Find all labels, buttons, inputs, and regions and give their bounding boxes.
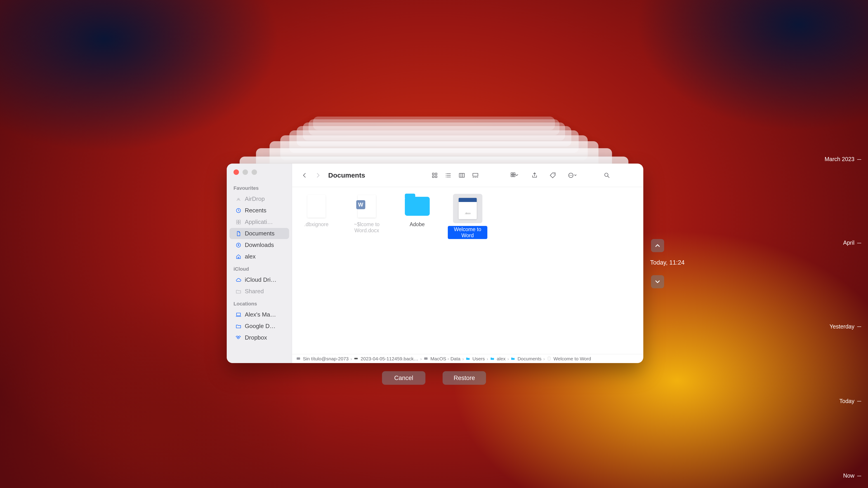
sidebar-item-google-d-[interactable]: Google D… [229,321,289,332]
path-segment-label: alex [497,356,506,361]
sidebar-item-documents[interactable]: Documents [229,228,289,239]
path-segment[interactable]: Documents [510,356,541,361]
svg-point-21 [554,173,555,174]
restore-button[interactable]: Restore [442,371,486,385]
path-segment[interactable]: MacOS - Data [424,356,460,361]
svg-rect-28 [354,358,358,359]
file-item[interactable]: .dbxignore [297,194,336,228]
sidebar-item-dropbox[interactable]: Dropbox [229,332,289,343]
sidebar-group-label: iCloud [227,263,292,274]
svg-point-23 [569,175,570,175]
path-bar: Sin título@snap-2073›2023-04-05-112459.b… [292,354,643,363]
toolbar: Documents [292,164,643,187]
timeline-tick[interactable]: Yesterday [811,323,861,330]
sidebar-item-icloud-dri-[interactable]: iCloud Dri… [229,274,289,285]
path-segment[interactable]: Sin título@snap-2073 [296,356,348,361]
sidebar-item-label: Recents [245,207,266,214]
path-segment-label: 2023-04-05-112459.back… [361,356,418,361]
minimize-button[interactable] [243,169,248,175]
file-icon [304,194,329,219]
svg-rect-19 [511,175,513,177]
view-list-button[interactable] [442,170,455,181]
path-segment[interactable]: Users [466,356,485,361]
file-item[interactable]: .docxWelcome to Word [448,194,487,239]
cancel-button[interactable]: Cancel [382,371,426,385]
chevron-right-icon: › [487,356,488,361]
timeline-tick[interactable]: Now [811,473,861,479]
chevron-right-icon: › [507,356,509,361]
zoom-button[interactable] [252,169,257,175]
snapshot-older-button[interactable] [651,239,664,252]
view-gallery-button[interactable] [469,170,482,181]
svg-rect-17 [511,173,513,174]
drive-icon [424,356,429,361]
cloud-icon [235,277,242,283]
sidebar-item-label: AirDrop [245,195,265,202]
file-item[interactable]: Adobe [397,194,437,228]
search-button[interactable] [600,170,613,181]
window-controls [227,168,292,182]
sidebar-item-label: alex [245,253,256,260]
svg-rect-20 [513,175,515,177]
folder-icon [405,194,430,219]
svg-rect-7 [237,313,240,316]
file-label: Welcome to Word [448,226,487,239]
path-segment[interactable]: alex [490,356,506,361]
path-segment-label: MacOS - Data [430,356,460,361]
svg-rect-30 [548,357,550,360]
laptop-icon [235,312,242,318]
forward-button[interactable] [312,170,324,181]
group-button[interactable] [506,170,523,181]
sidebar-item-airdrop[interactable]: AirDrop [229,193,289,204]
chevron-right-icon: › [462,356,464,361]
sidebar-item-alex-s-ma-[interactable]: Alex's Ma… [229,309,289,320]
back-button[interactable] [299,170,310,181]
download-icon [235,242,242,248]
drive-icon [296,356,301,361]
snapshot-newer-button[interactable] [651,275,664,288]
sidebar-item-label: Google D… [245,323,276,330]
timeline[interactable]: March 2023 April Yesterday Today Now [811,156,861,479]
svg-rect-10 [432,176,434,177]
window-title: Documents [328,171,365,179]
file-grid: .dbxignoreW~$lcome to Word.docxAdobe.doc… [292,187,643,354]
svg-point-13 [446,175,446,175]
svg-rect-5 [239,222,241,224]
main-pane: Documents [292,164,643,363]
timeline-tick[interactable]: April [811,239,861,246]
path-segment[interactable]: Welcome to Word [547,356,591,361]
sidebar-item-label: Alex's Ma… [245,311,276,318]
folder-icon [235,323,242,329]
view-columns-button[interactable] [456,170,468,181]
path-segment[interactable]: 2023-04-05-112459.back… [354,356,418,361]
file-label: .dbxignore [304,221,329,228]
chevron-right-icon: › [420,356,422,361]
file-item[interactable]: W~$lcome to Word.docx [347,194,386,234]
disk-icon [354,356,359,361]
close-button[interactable] [234,169,239,175]
sidebar-group-label: Favourites [227,182,292,193]
word-doc-icon: .docx [453,194,483,223]
home-icon [235,254,242,260]
path-segment-label: Welcome to Word [554,356,591,361]
chevron-right-icon: › [350,356,352,361]
file-label: ~$lcome to Word.docx [347,221,386,234]
sidebar-item-downloads[interactable]: Downloads [229,239,289,251]
path-segment-label: Users [472,356,485,361]
dropbox-icon [235,335,242,341]
share-button[interactable] [528,170,541,181]
svg-rect-27 [297,357,300,360]
sidebar-item-recents[interactable]: Recents [229,205,289,216]
sidebar-item-applicati-[interactable]: Applicati… [229,217,289,228]
timeline-tick[interactable]: Today [811,398,861,404]
view-grid-button[interactable] [428,170,441,181]
svg-point-25 [572,175,572,175]
more-button[interactable] [564,170,581,181]
timeline-tick[interactable]: March 2023 [811,156,861,162]
svg-rect-8 [432,173,434,175]
chevron-right-icon: › [544,356,545,361]
sidebar-item-shared[interactable]: Shared [229,286,289,297]
tag-button[interactable] [546,170,559,181]
svg-rect-3 [239,220,241,222]
sidebar-item-alex[interactable]: alex [229,251,289,262]
